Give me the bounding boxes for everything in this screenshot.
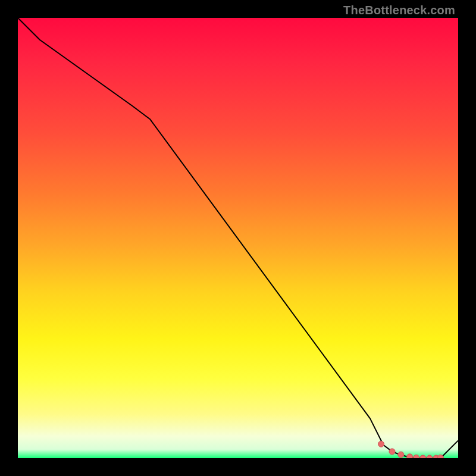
marker-dot <box>420 455 426 458</box>
marker-dot <box>378 441 384 447</box>
marker-dot <box>437 455 443 458</box>
chart-overlay <box>18 18 458 458</box>
marker-dot <box>407 454 413 458</box>
marker-dot <box>414 455 419 458</box>
watermark-text: TheBottleneck.com <box>343 4 455 17</box>
plot-area <box>18 18 458 458</box>
marker-dot <box>427 455 433 458</box>
marker-dot <box>398 452 404 458</box>
chart-stage: TheBottleneck.com <box>0 0 476 476</box>
marker-dots-group <box>378 441 444 458</box>
marker-dot <box>389 449 395 455</box>
bottleneck-curve-line <box>18 18 458 458</box>
